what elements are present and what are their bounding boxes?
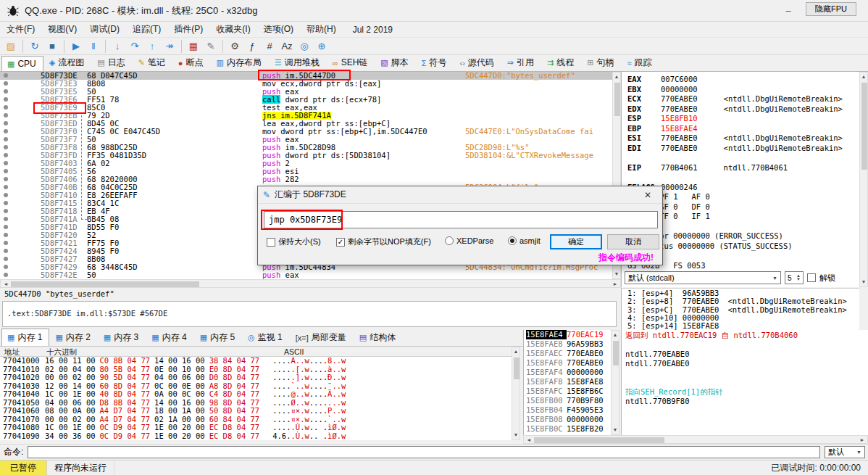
breakpoint-dot[interactable] (4, 105, 8, 110)
scroll-down-icon[interactable]: ▼ (612, 426, 619, 434)
menu-item-6[interactable]: 选项(O) (257, 22, 300, 37)
stack-row[interactable]: 15E8FAE896A59BB3 (524, 339, 611, 349)
argument-row[interactable]: 5: [esp+14] 15E8FAE8 (622, 322, 859, 330)
breakpoint-dot[interactable] (4, 257, 8, 261)
command-input[interactable] (28, 446, 820, 458)
xedparse-option[interactable]: XEDParse (445, 236, 493, 245)
scroll-down-icon[interactable]: ▼ (613, 270, 620, 278)
breakpoint-dot[interactable] (4, 233, 8, 237)
dump-row[interactable]: 7704106008 00 0A 00A4 D7 04 7718 00 1A 0… (0, 407, 512, 416)
spinner-arrows-icon[interactable]: ▲▼ (796, 274, 801, 281)
breakpoint-dot[interactable] (4, 185, 8, 189)
scroll-right-icon[interactable]: ► (859, 437, 866, 444)
scroll-up-icon[interactable]: ▲ (512, 348, 519, 355)
stack-row[interactable]: 15E8FB0C15E8FB20 (524, 424, 611, 434)
tab-handles[interactable]: ⊞句柄 (581, 54, 621, 71)
dump-view[interactable]: 7704100016 00 11 00C0 8B 04 7714 00 16 0… (0, 357, 512, 440)
tab-dump3[interactable]: ▦内存 3 (98, 329, 146, 346)
breakpoint-dot[interactable] (4, 113, 8, 117)
tab-dump2[interactable]: ▦内存 2 (49, 329, 97, 346)
tab-breakpoints[interactable]: ●断点 (172, 54, 211, 71)
stack-row[interactable]: 15E8FAF0770EABE0 (524, 358, 611, 368)
tab-script[interactable]: ▧脚本 (375, 54, 415, 71)
register-row[interactable]: EIP770B4061ntdll.770B4061 (622, 163, 859, 173)
breakpoint-dot[interactable] (4, 177, 8, 181)
breakpoint-dot[interactable] (4, 169, 8, 173)
breakpoint-dot[interactable] (4, 193, 8, 197)
breakpoint-dot[interactable] (4, 145, 8, 149)
cancel-button[interactable]: 取消 (607, 234, 659, 249)
pause-icon[interactable]: ‖ (85, 39, 101, 54)
patches-icon[interactable]: ▦ (185, 39, 201, 54)
tab-dump4[interactable]: ▦内存 4 (146, 329, 193, 346)
scroll-thumb[interactable] (534, 437, 664, 443)
dump-row[interactable]: 770410401C 00 1E 0040 8D 04 770A 00 0C 0… (0, 390, 512, 399)
tab-trace[interactable]: ≈跟踪 (622, 54, 659, 71)
register-row[interactable]: ECX770EABE0<ntdll.DbgUiRemoteBreakin> (622, 94, 859, 104)
tab-call-stack[interactable]: ☰调用堆栈 (269, 54, 327, 71)
disasm-row[interactable]: 5D8F742E50push eax (0, 271, 612, 279)
nop-fill-option[interactable]: ✓ 剩余字节以NOP填充(F) (336, 236, 431, 247)
breakpoint-dot[interactable] (4, 201, 8, 205)
menu-item-2[interactable]: 调试(D) (83, 22, 126, 37)
disasm-hscrollbar[interactable]: ◄ ► (0, 279, 621, 288)
step-out-icon[interactable]: ↑ (144, 39, 160, 54)
breakpoint-dot[interactable] (4, 97, 8, 102)
hide-fpu-button[interactable]: 隐藏FPU (806, 2, 856, 16)
stack-row[interactable]: 15E8FAEC770EABE0 (524, 349, 611, 358)
scroll-up-icon[interactable]: ▲ (612, 331, 619, 339)
stack-row[interactable]: 15E8FAE4770EAC19 (524, 330, 611, 339)
strings-icon[interactable]: Az (279, 39, 295, 54)
stack-vscrollbar[interactable]: ▲ ▼ (611, 330, 619, 435)
step-over-icon[interactable]: ↷ (127, 39, 143, 54)
scroll-thumb[interactable] (614, 83, 620, 116)
arguments-panel[interactable]: 1: [esp+4] 96A59BB32: [esp+8] 770EABE0<n… (621, 288, 859, 330)
dump-vscrollbar[interactable]: ▲ ▼ (512, 347, 520, 440)
run-icon[interactable]: ▶ (68, 39, 84, 54)
scroll-left-icon[interactable]: ◄ (2, 281, 9, 288)
menu-item-1[interactable]: 视图(V) (41, 22, 83, 37)
breakpoint-dot[interactable] (4, 225, 8, 229)
scope-icon[interactable]: ◎ (296, 39, 312, 54)
stack-row[interactable]: 15E8FAFC15E8FB6C (524, 387, 611, 396)
breakpoint-dot[interactable] (4, 241, 8, 245)
scroll-thumb[interactable] (514, 358, 519, 379)
globe-icon[interactable]: ⊕ (314, 39, 330, 54)
tab-threads[interactable]: ⇉线程 (541, 54, 581, 71)
stop-icon[interactable]: ■ (44, 39, 60, 54)
dump-row[interactable]: 7704109034 00 36 000C D9 04 771E 00 20 0… (0, 432, 512, 441)
restart-icon[interactable]: ↻ (27, 39, 43, 54)
comment-icon[interactable]: ✎ (203, 39, 219, 54)
unlock-checkbox[interactable] (807, 273, 816, 282)
register-row[interactable]: EDX770EABE0<ntdll.DbgUiRemoteBreakin> (622, 104, 859, 115)
stack-view[interactable]: 15E8FAE4770EAC1915E8FAE896A59BB315E8FAEC… (523, 330, 611, 435)
stack-hscrollbar[interactable]: ◄ ► (523, 435, 868, 444)
keep-size-checkbox[interactable] (267, 238, 275, 247)
tab-seh[interactable]: ∞SEH链 (327, 54, 375, 71)
register-row[interactable]: ESI770EABE0<ntdll.DbgUiRemoteBreakin> (622, 133, 859, 144)
command-combo[interactable]: 默认 ▼ (825, 446, 865, 458)
stack-row[interactable]: 15E8FAF815E8FAE8 (524, 377, 611, 387)
ok-button[interactable]: 确定 (550, 234, 602, 249)
xedparse-radio[interactable] (445, 236, 454, 245)
register-row[interactable]: EBP15E8FAE4 (622, 124, 859, 134)
settings-icon[interactable]: ⚙ (227, 39, 243, 54)
breakpoint-dot[interactable] (4, 81, 8, 86)
breakpoint-dot[interactable] (4, 209, 8, 213)
tab-references[interactable]: ⇒引用 (501, 54, 541, 71)
tab-log[interactable]: ▤日志 (91, 54, 132, 71)
menu-item-4[interactable]: 插件(P) (167, 22, 209, 37)
register-row[interactable]: ESP15E8FB10 (622, 114, 859, 124)
tab-notes[interactable]: ✎笔记 (133, 54, 172, 71)
tab-memory-map[interactable]: ▥内存布局 (211, 54, 269, 71)
scroll-right-icon[interactable]: ► (612, 281, 619, 288)
tab-graph[interactable]: ◈流程图 (43, 54, 91, 71)
registers-vscrollbar[interactable]: ▲ ▼ (859, 72, 868, 287)
stack-row[interactable]: 15E8FB0800000000 (524, 415, 611, 424)
dump-row[interactable]: 770410801C 00 1E 000C D9 04 771E 00 20 0… (0, 424, 512, 432)
arg-count-spinner[interactable]: 5 ▲▼ (785, 271, 804, 284)
scroll-thumb[interactable] (613, 341, 619, 365)
open-file-icon[interactable]: ▨ (3, 39, 19, 54)
breakpoint-dot[interactable] (4, 129, 8, 133)
breakpoint-dot[interactable] (4, 265, 8, 269)
